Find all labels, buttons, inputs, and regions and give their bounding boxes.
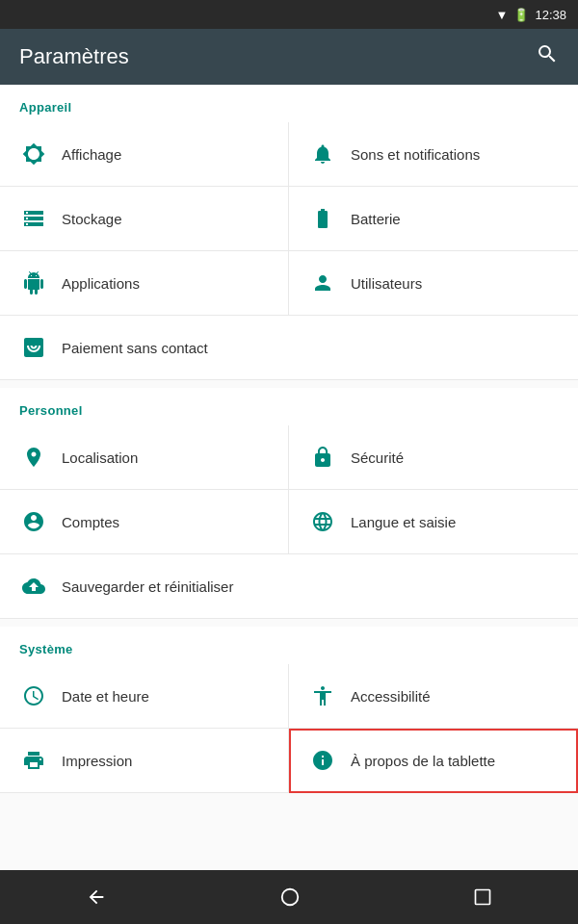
svg-rect-1 bbox=[475, 890, 489, 905]
impression-label: Impression bbox=[62, 753, 132, 769]
systeme-grid: Date et heure Accessibilité Impression À… bbox=[0, 664, 578, 793]
sons-label: Sons et notifications bbox=[351, 146, 480, 163]
sidebar-item-langue[interactable]: Langue et saisie bbox=[289, 490, 578, 554]
svg-point-0 bbox=[282, 889, 299, 906]
appareil-grid: Affichage Sons et notifications Stockage… bbox=[0, 122, 578, 380]
navigation-bar bbox=[0, 870, 578, 924]
section-appareil: Appareil Affichage Sons et notifications… bbox=[0, 85, 578, 380]
status-time: 12:38 bbox=[535, 8, 566, 22]
section-header-appareil: Appareil bbox=[0, 85, 578, 122]
sidebar-item-impression[interactable]: Impression bbox=[0, 729, 289, 793]
lock-icon bbox=[308, 443, 337, 472]
sidebar-item-affichage[interactable]: Affichage bbox=[0, 122, 289, 187]
location-icon bbox=[19, 443, 48, 472]
globe-icon bbox=[308, 507, 337, 536]
account-icon bbox=[19, 507, 48, 536]
langue-label: Langue et saisie bbox=[351, 514, 456, 530]
section-personnel: Personnel Localisation Sécurité Comptes bbox=[0, 388, 578, 619]
sidebar-item-stockage[interactable]: Stockage bbox=[0, 187, 289, 251]
localisation-label: Localisation bbox=[62, 449, 138, 466]
clock-icon bbox=[19, 681, 48, 710]
personnel-grid: Localisation Sécurité Comptes Langue et … bbox=[0, 425, 578, 619]
sidebar-item-securite[interactable]: Sécurité bbox=[289, 425, 578, 490]
sidebar-item-localisation[interactable]: Localisation bbox=[0, 425, 289, 490]
sidebar-item-utilisateurs[interactable]: Utilisateurs bbox=[289, 251, 578, 316]
sidebar-item-apropos[interactable]: À propos de la tablette bbox=[289, 729, 578, 793]
date-label: Date et heure bbox=[62, 688, 149, 705]
brightness-icon bbox=[19, 140, 48, 168]
search-button[interactable] bbox=[536, 42, 559, 71]
nfc-icon bbox=[19, 333, 48, 362]
android-icon bbox=[19, 269, 48, 297]
print-icon bbox=[19, 746, 48, 775]
applications-label: Applications bbox=[62, 275, 140, 292]
sidebar-item-sons[interactable]: Sons et notifications bbox=[289, 122, 578, 187]
stockage-label: Stockage bbox=[62, 211, 122, 227]
sidebar-item-date[interactable]: Date et heure bbox=[0, 664, 289, 729]
section-header-systeme: Système bbox=[0, 627, 578, 664]
page-title: Paramètres bbox=[19, 44, 129, 69]
securite-label: Sécurité bbox=[351, 449, 404, 466]
section-header-personnel: Personnel bbox=[0, 388, 578, 425]
sidebar-item-comptes[interactable]: Comptes bbox=[0, 490, 289, 554]
affichage-label: Affichage bbox=[62, 146, 121, 163]
top-bar: Paramètres bbox=[0, 29, 578, 85]
apropos-label: À propos de la tablette bbox=[351, 753, 495, 769]
battery-icon: 🔋 bbox=[513, 8, 529, 22]
status-bar: ▼ 🔋 12:38 bbox=[0, 0, 578, 29]
recent-apps-button[interactable] bbox=[450, 880, 515, 914]
sidebar-item-accessibilite[interactable]: Accessibilité bbox=[289, 664, 578, 729]
accessibility-icon bbox=[308, 681, 337, 710]
storage-icon bbox=[19, 204, 48, 233]
home-button[interactable] bbox=[256, 879, 324, 915]
sidebar-item-paiement[interactable]: Paiement sans contact bbox=[0, 316, 578, 380]
sidebar-item-applications[interactable]: Applications bbox=[0, 251, 289, 316]
sidebar-item-sauvegarder[interactable]: Sauvegarder et réinitialiser bbox=[0, 554, 578, 619]
backup-icon bbox=[19, 572, 48, 601]
status-icons: ▼ 🔋 12:38 bbox=[496, 8, 566, 22]
sauvegarder-label: Sauvegarder et réinitialiser bbox=[62, 578, 233, 595]
person-icon bbox=[308, 269, 337, 297]
comptes-label: Comptes bbox=[62, 514, 119, 530]
utilisateurs-label: Utilisateurs bbox=[351, 275, 422, 292]
settings-content: Appareil Affichage Sons et notifications… bbox=[0, 85, 578, 870]
section-systeme: Système Date et heure Accessibilité Impr… bbox=[0, 627, 578, 793]
wifi-icon: ▼ bbox=[496, 8, 509, 22]
paiement-label: Paiement sans contact bbox=[62, 340, 208, 356]
batterie-label: Batterie bbox=[351, 211, 401, 227]
bell-icon bbox=[308, 140, 337, 168]
back-button[interactable] bbox=[63, 879, 130, 915]
sidebar-item-batterie[interactable]: Batterie bbox=[289, 187, 578, 251]
battery-settings-icon bbox=[308, 204, 337, 233]
accessibilite-label: Accessibilité bbox=[351, 688, 431, 705]
info-icon bbox=[308, 746, 337, 775]
